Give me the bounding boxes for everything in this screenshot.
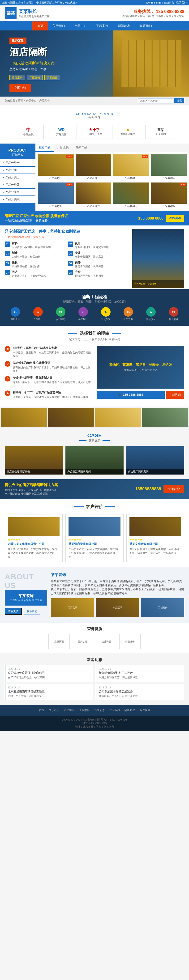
title-line-left xyxy=(68,333,77,334)
whyus-desc-3: 专业设计师团队，为每位客户量身打造个性化隔断方案，满足不同需求 xyxy=(13,380,92,388)
hero-cta-button[interactable]: 立即咨询 xyxy=(10,84,31,92)
prod-item-2[interactable]: 产品名称二 xyxy=(75,154,112,181)
case-item-3[interactable]: 多功能厅隔断案例 xyxy=(126,446,184,474)
news-item-2[interactable]: 2023-07-20 新型环保隔断材料正式投产 采用全新环保工艺，符合最新标准.… xyxy=(96,665,184,682)
feature-title-5: 验收 xyxy=(12,261,40,265)
promo-btn[interactable]: 立即获取 xyxy=(163,485,184,493)
news-item-title-4: 公司参加第十届酒店展览会 xyxy=(99,690,182,694)
prod-tab-2[interactable]: 厂家直供 xyxy=(54,143,72,152)
step-circle-3: 03 xyxy=(56,307,66,317)
feature-text-4: 安装 专业安装团队，快速高效 xyxy=(75,251,104,259)
whyus-consult-btn[interactable]: 在线咨询 xyxy=(166,391,184,399)
nav-home[interactable]: 首页 xyxy=(32,21,48,30)
process-step-3: 03 合同签订 xyxy=(50,307,71,321)
news-excerpt-2: 采用全新环保工艺，符合最新标准... xyxy=(99,676,182,679)
partner-1: 中 中国建筑 xyxy=(13,125,44,139)
nav-news[interactable]: 新闻动态 xyxy=(113,21,135,30)
prod-tab-3[interactable]: 热销产品 xyxy=(72,143,91,152)
logo-icon: 某某 xyxy=(5,7,16,19)
footer-nav-knowledge[interactable]: 隔断知识 xyxy=(125,708,135,712)
cases-line-right xyxy=(103,440,110,441)
news-item-4[interactable]: 2023-05-18 公司参加第十届酒店展览会 展示最新产品系列，获得广泛关注.… xyxy=(96,684,184,700)
case-item-1[interactable]: 酒店宴会厅隔断案例 xyxy=(5,446,63,474)
footer-nav-news[interactable]: 新闻动态 xyxy=(94,708,105,712)
reviews-line-right xyxy=(106,506,115,507)
logo-text-area: 某某装饰 专业酒店活动隔断生产厂家 xyxy=(18,8,50,18)
hero-tag-3: 安装服务 xyxy=(45,75,60,80)
about-img-2: 产品展示 xyxy=(96,598,139,617)
whyus-phone: 📞 135 0888 8888 xyxy=(97,391,165,399)
feature-title-6: 保修 xyxy=(75,261,104,265)
search-bar: 您的位置：首页 > 产品中心 > 产品列表 搜索 xyxy=(0,97,189,105)
prod-menu-4[interactable]: 产品分类四 xyxy=(0,181,35,188)
footer-nav-partners[interactable]: 合作伙伴 xyxy=(139,708,150,712)
footer-nav-home[interactable]: 首页 xyxy=(39,708,44,712)
prod-menu-1[interactable]: 产品分类一 xyxy=(0,159,35,166)
nav-contact[interactable]: 联系我们 xyxy=(135,21,157,30)
feature-title-2: 设计 xyxy=(75,242,109,245)
hero-right xyxy=(114,30,189,97)
nav-products[interactable]: 产品中心 xyxy=(70,21,91,30)
step-circle-8: 08 xyxy=(169,307,178,317)
prod-item-6[interactable]: 产品名称六 xyxy=(75,183,112,209)
nav-about[interactable]: 关于我们 xyxy=(48,21,70,30)
promo-title: 提供专业的酒店活动隔断解决方案 xyxy=(5,483,58,487)
footer: Copyright © 2023 某某装饰有限公司 All Rights Res… xyxy=(0,716,189,731)
prod-item-3[interactable]: HOT 产品名称三 xyxy=(113,154,149,181)
hero-banner: 量身定制 酒店隔断 一站式活动隔断新解决方案 坚持只做隔断工程这一件事 量身定制… xyxy=(0,30,189,97)
feature-desc-1: 采用优质环保材料，符合国家标准 xyxy=(12,245,51,249)
case-label-3: 多功能厅隔断案例 xyxy=(126,469,184,474)
partner-4: IHG 洲际酒店集团 xyxy=(112,125,143,139)
whyus-title-row: 选择我们的理由 xyxy=(5,331,184,336)
feature-text-2: 设计 专业设计团队，量身定制方案 xyxy=(75,242,109,249)
prod-item-7[interactable]: 产品名称七 xyxy=(113,183,149,209)
news-excerpt-3: 历时三个月的施工项目顺利完工... xyxy=(8,694,91,698)
partners-title-en: COOPERATIVE PARTNER xyxy=(10,112,179,116)
review-item-1: ★★★★★ 内蒙古某某集团有限责任公司 施工队伍非常专业，安装效果非常好，隔音效… xyxy=(5,514,62,562)
news-item-3[interactable]: 2023-06-10 北京五星级酒店项目竣工验收 历时三个月的施工项目顺利完工.… xyxy=(5,684,93,700)
whyus-title-3: 专设计计划管理，量身定制方案 xyxy=(13,376,92,380)
about-contact-btn[interactable]: 联系我们 xyxy=(24,608,40,615)
about-logo-sub: 品质生活 活动隔断 装饰专家 xyxy=(8,598,44,602)
prod-img-4 xyxy=(151,154,187,176)
banner-phone: 135 0888 8888 xyxy=(138,216,163,221)
reviews-section: 客户评价 ★★★★★ 内蒙古某某集团有限责任公司 施工队伍非常专业，安装效果非常… xyxy=(0,499,189,567)
about-more-btn[interactable]: 查看更多 xyxy=(5,608,22,615)
about-desc-2: 我们秉承专业、品质、服务的经营理念，坚持以客户需求为导向，不断创新产品设计，提升… xyxy=(51,587,184,595)
prod-menu-6[interactable]: 产品分类六 xyxy=(0,196,35,203)
prod-menu-5[interactable]: 产品分类五 xyxy=(0,189,35,196)
case-item-2[interactable]: 办公室活动隔断案例 xyxy=(66,446,124,474)
search-button[interactable]: 搜索 xyxy=(175,98,184,103)
prod-menu-3[interactable]: 产品分类三 xyxy=(0,174,35,181)
nav-cases[interactable]: 工程案例 xyxy=(91,21,113,30)
whyus-num-3: ③ xyxy=(5,376,10,382)
prod-item-4[interactable]: 产品名称四 xyxy=(151,154,187,181)
footer-nav-products[interactable]: 产品中心 xyxy=(64,708,74,712)
prod-item-5[interactable]: NEW 产品名称五 xyxy=(38,183,74,209)
process-step-2: 02 方案确认 xyxy=(27,307,49,321)
partner-3: 红十字 中国红十字会 xyxy=(79,125,110,139)
prod-item-1[interactable]: NEW 产品名称一 xyxy=(38,154,74,181)
review-stars-2: ★★★★★ xyxy=(69,538,120,541)
products-sidebar: PRODUCT 产品中心 产品分类一 产品分类二 产品分类三 产品分类四 产品分… xyxy=(0,143,35,211)
process-step-6: 06 上门安装 xyxy=(118,307,139,321)
feature-num-8: 08 xyxy=(68,270,73,275)
prod-tab-1[interactable]: 推荐产品 xyxy=(35,143,54,152)
step-label-2: 方案确认 xyxy=(27,318,49,321)
prod-item-8[interactable]: HOT 产品名称八 xyxy=(151,183,187,209)
news-item-1[interactable]: 2023-08-15 公司荣获年度最佳供应商称号 在2023年行业年会上，公司荣… xyxy=(5,665,93,682)
hero-image xyxy=(114,30,189,97)
about-section-title: ABOUT US xyxy=(5,573,47,590)
prod-menu-2[interactable]: 产品分类二 xyxy=(0,167,35,173)
products-main: 推荐产品 厂家直供 热销产品 NEW 产品名称一 产品名称二 HOT 产品名称三… xyxy=(35,143,189,211)
footer-nav-contact[interactable]: 联系我们 xyxy=(109,708,120,712)
whyus-title-2: 先进设备和精湛技术,质量保证 xyxy=(13,361,92,365)
about-inner: ABOUT US 某某装饰 品质生活 活动隔断 装饰专家 查看更多 联系我们 某… xyxy=(5,573,184,617)
footer-nav-about[interactable]: 关于我们 xyxy=(49,708,59,712)
footer-nav-cases[interactable]: 工程案例 xyxy=(79,708,90,712)
search-input[interactable] xyxy=(138,98,173,103)
promo-phone: 13508888888 xyxy=(135,487,161,492)
top-bar-left: 欢迎来到某某装饰官方网站！专业酒店隔断生产厂家，一站式服务！ xyxy=(2,1,80,5)
banner-btn[interactable]: 在线咨询 xyxy=(166,215,184,222)
feature-2: 02 设计 专业设计团队，量身定制方案 xyxy=(68,242,129,249)
